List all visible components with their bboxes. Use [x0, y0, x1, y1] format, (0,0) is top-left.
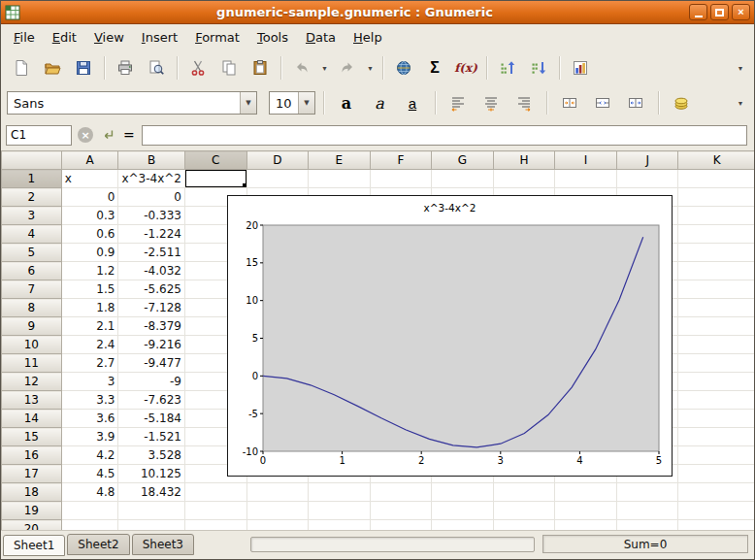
cell-A10[interactable]: 2.4: [61, 336, 118, 354]
cell-B8[interactable]: -7.128: [118, 299, 185, 317]
cell-K19[interactable]: [678, 502, 755, 520]
menu-item-tools[interactable]: Tools: [248, 27, 297, 48]
split-merged-cells-button[interactable]: [621, 88, 650, 117]
column-header-k[interactable]: K: [678, 151, 755, 170]
cell-H18[interactable]: [493, 483, 555, 502]
cell-A19[interactable]: [61, 502, 118, 520]
cell-K11[interactable]: [678, 354, 755, 373]
align-center-button[interactable]: [476, 88, 506, 117]
cell-K4[interactable]: [678, 225, 755, 244]
row-header-18[interactable]: 18: [2, 483, 62, 502]
cell-J18[interactable]: [616, 483, 678, 502]
cell-G18[interactable]: [432, 483, 494, 502]
cell-B12[interactable]: -9: [118, 373, 185, 391]
copy-button[interactable]: [214, 53, 244, 82]
cell-F1[interactable]: [370, 170, 432, 188]
cell-B2[interactable]: 0: [118, 188, 185, 207]
cell-B17[interactable]: 10.125: [118, 465, 185, 483]
column-header-a[interactable]: A: [61, 151, 118, 170]
save-button[interactable]: [69, 53, 98, 82]
cell-B16[interactable]: 3.528: [118, 446, 185, 465]
row-header-15[interactable]: 15: [2, 428, 62, 446]
column-header-e[interactable]: E: [309, 151, 371, 170]
cell-K16[interactable]: [678, 446, 755, 465]
center-across-selection-button[interactable]: [555, 88, 584, 117]
cell-B15[interactable]: -1.521: [118, 428, 185, 446]
cell-J1[interactable]: [616, 170, 678, 188]
row-header-5[interactable]: 5: [2, 244, 62, 262]
cell-B10[interactable]: -9.216: [118, 336, 185, 354]
cell-E18[interactable]: [309, 483, 371, 502]
cell-K13[interactable]: [678, 391, 755, 410]
equals-icon[interactable]: =: [121, 127, 137, 143]
row-header-6[interactable]: 6: [2, 262, 62, 280]
align-left-button[interactable]: [443, 88, 473, 117]
insert-hyperlink-button[interactable]: [389, 53, 418, 82]
cell-G1[interactable]: [432, 170, 494, 188]
cell-K10[interactable]: [678, 336, 755, 354]
menu-item-view[interactable]: View: [85, 27, 133, 48]
cell-A11[interactable]: 2.7: [61, 354, 118, 373]
column-header-f[interactable]: F: [370, 151, 432, 170]
cell-K17[interactable]: [678, 465, 755, 483]
gnumeric-logo-icon[interactable]: [5, 5, 20, 20]
cell-B19[interactable]: [118, 502, 185, 520]
align-right-button[interactable]: [509, 88, 539, 117]
cell-A15[interactable]: 3.9: [61, 428, 118, 446]
formula-input[interactable]: [142, 125, 747, 146]
row-header-3[interactable]: 3: [2, 207, 62, 225]
cancel-edit-button[interactable]: ×: [77, 126, 94, 144]
cell-A2[interactable]: 0: [61, 188, 118, 207]
row-header-14[interactable]: 14: [2, 410, 62, 428]
column-header-c[interactable]: C: [184, 151, 246, 170]
cell-K15[interactable]: [678, 428, 755, 446]
print-preview-button[interactable]: [142, 53, 171, 82]
menu-item-file[interactable]: File: [5, 27, 44, 48]
insert-chart-button[interactable]: [566, 53, 595, 82]
cell-E1[interactable]: [309, 170, 371, 188]
cell-K14[interactable]: [678, 410, 755, 428]
cell-F19[interactable]: [370, 502, 432, 520]
cell-K1[interactable]: [678, 170, 755, 188]
cell-B6[interactable]: -4.032: [118, 262, 185, 280]
cell-A1[interactable]: x: [61, 170, 118, 188]
menu-item-help[interactable]: Help: [345, 27, 391, 48]
cell-K5[interactable]: [678, 244, 755, 262]
cell-D19[interactable]: [246, 502, 309, 520]
cell-C1[interactable]: [184, 170, 246, 188]
cell-K12[interactable]: [678, 373, 755, 391]
row-header-17[interactable]: 17: [2, 465, 62, 483]
column-header-h[interactable]: H: [493, 151, 555, 170]
sheet-tab-sheet2[interactable]: Sheet2: [67, 534, 129, 555]
cell-B3[interactable]: -0.333: [118, 207, 185, 225]
cell-reference-input[interactable]: [6, 125, 72, 146]
cell-H19[interactable]: [493, 502, 555, 520]
cell-I1[interactable]: [555, 170, 617, 188]
select-all-corner[interactable]: [2, 151, 62, 170]
column-header-g[interactable]: G: [432, 151, 494, 170]
font-size-dropdown[interactable]: ▼: [298, 92, 314, 114]
paste-button[interactable]: [246, 53, 275, 82]
row-header-11[interactable]: 11: [2, 354, 62, 373]
row-header-12[interactable]: 12: [2, 373, 62, 391]
row-header-13[interactable]: 13: [2, 391, 62, 410]
cell-A4[interactable]: 0.6: [61, 225, 118, 244]
row-header-19[interactable]: 19: [2, 502, 62, 520]
column-header-b[interactable]: B: [118, 151, 185, 170]
redo-button[interactable]: [333, 53, 362, 82]
accept-edit-button[interactable]: [99, 126, 116, 144]
undo-dropdown-button[interactable]: ▼: [318, 53, 331, 82]
menu-item-format[interactable]: Format: [186, 27, 248, 48]
cell-D1[interactable]: [246, 170, 309, 188]
minimize-button[interactable]: [689, 4, 707, 20]
format-money-button[interactable]: [667, 88, 696, 117]
cell-K7[interactable]: [678, 280, 755, 299]
cell-I19[interactable]: [555, 502, 617, 520]
font-size-combo[interactable]: 10 ▼: [269, 91, 315, 115]
row-header-2[interactable]: 2: [2, 188, 62, 207]
new-file-button[interactable]: [7, 53, 36, 82]
toolbar-overflow-button[interactable]: ▼: [733, 53, 748, 82]
cell-B7[interactable]: -5.625: [118, 280, 185, 299]
cell-A13[interactable]: 3.3: [61, 391, 118, 410]
cell-A8[interactable]: 1.8: [61, 299, 118, 317]
